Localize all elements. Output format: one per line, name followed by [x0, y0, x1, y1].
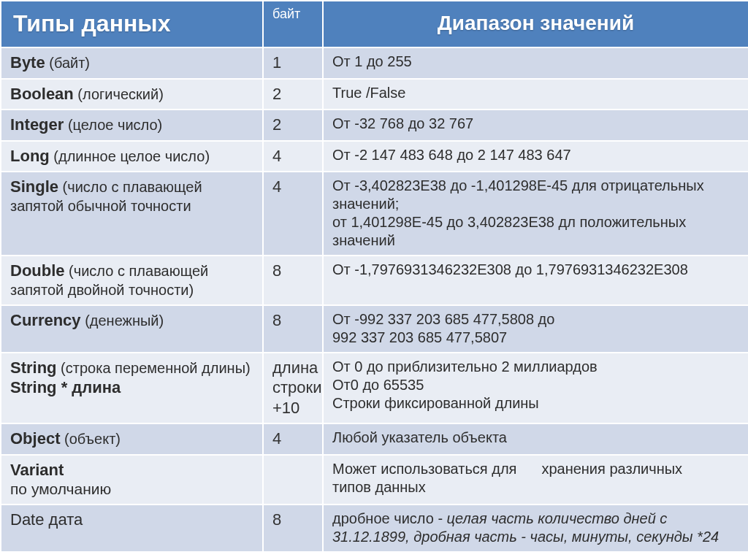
range-cell: От 1 до 255: [323, 47, 748, 79]
data-types-table: Типы данных байт Диапазон значений Byte …: [0, 0, 748, 553]
table-row: Double (число с плавающей запятой двойно…: [1, 256, 748, 305]
range-cell: Может использоваться дляхранения различн…: [323, 455, 748, 505]
type-name: Object: [10, 429, 60, 448]
type-cell: Date дата: [1, 505, 263, 552]
range-line: От -3,402823Е38 до -1,401298Е-45 для отр…: [332, 177, 704, 212]
type-name: Long: [10, 147, 50, 165]
range-cell: True /False: [323, 79, 748, 110]
bytes-cell: 4: [263, 172, 323, 256]
range-cell: дробное число - целая часть количество д…: [323, 505, 748, 552]
type-name: Byte: [10, 53, 45, 72]
type-cell: Currency (денежный): [1, 305, 263, 353]
type-name: Boolean: [10, 85, 74, 103]
table-row: Object (объект) 4 Любой указатель объект…: [1, 423, 748, 455]
table-row: Integer (целое число) 2 От -32 768 до 32…: [1, 110, 748, 141]
bytes-cell: 2: [263, 110, 323, 141]
type-desc: (байт): [45, 55, 90, 71]
range-line: От 0 до приблизительно 2 миллиардов: [332, 358, 598, 375]
bytes-cell: 8: [263, 256, 323, 305]
range-cell: От -1,7976931346232Е308 до 1,79769313462…: [323, 256, 748, 305]
type-name: Single: [10, 177, 58, 196]
type-cell: Single (число с плавающей запятой обычно…: [1, 172, 263, 256]
type-name: Currency: [10, 311, 81, 329]
table-row: String (строка переменной длины) String …: [1, 353, 748, 424]
type-cell: Integer (целое число): [1, 110, 263, 141]
type-cell: Object (объект): [1, 423, 263, 455]
range-cell: От -32 768 до 32 767: [323, 110, 748, 141]
bytes-cell: 2: [263, 79, 323, 110]
range-line: хранения различных: [541, 461, 682, 477]
bytes-cell: [263, 455, 323, 505]
table-row: Currency (денежный) 8 От -992 337 203 68…: [1, 305, 748, 353]
bytes-cell: длина строки +10: [263, 353, 323, 424]
range-line: типов данных: [332, 479, 426, 495]
type-desc: (целое число): [64, 117, 162, 133]
table-row: Boolean (логический) 2 True /False: [1, 79, 748, 110]
table-row: Single (число с плавающей запятой обычно…: [1, 172, 748, 256]
header-types: Типы данных: [1, 1, 263, 47]
range-cell: От 0 до приблизительно 2 миллиардов От0 …: [323, 353, 748, 424]
table-row: Date дата 8 дробное число - целая часть …: [1, 505, 748, 552]
range-line: от 1,401298Е-45 до 3,402823Е38 дл положи…: [332, 214, 686, 248]
header-bytes: байт: [263, 1, 323, 47]
type-name: Integer: [10, 115, 64, 134]
range-line: Строки фиксированной длины: [332, 395, 539, 411]
type-extra: по умолчанию: [10, 480, 111, 497]
bytes-cell: 4: [263, 141, 323, 172]
range-line: От0 до 65535: [332, 377, 424, 393]
bytes-cell: 8: [263, 305, 323, 353]
range-line: 992 337 203 685 477,5807: [332, 329, 507, 345]
type-desc: (длинное целое число): [50, 148, 210, 164]
type-cell: Double (число с плавающей запятой двойно…: [1, 256, 263, 305]
table-row: Byte (байт) 1 От 1 до 255: [1, 47, 748, 79]
type-name-secondary: String * длина: [10, 378, 121, 396]
table-row: Variant по умолчанию Может использоватьс…: [1, 455, 748, 505]
range-line: Может использоваться для: [332, 461, 516, 477]
type-desc: (объект): [60, 431, 121, 447]
type-name: Double: [10, 261, 65, 280]
type-cell: Boolean (логический): [1, 79, 263, 110]
type-desc: (логический): [74, 86, 164, 102]
range-line: От -992 337 203 685 477,5808 до: [332, 311, 554, 327]
bytes-cell: 8: [263, 505, 323, 552]
bytes-cell: 4: [263, 423, 323, 455]
type-cell: String (строка переменной длины) String …: [1, 353, 263, 424]
type-name: Date дата: [10, 510, 83, 529]
type-name: Variant: [10, 461, 64, 479]
range-line: дробное число -: [332, 510, 447, 526]
type-desc: (строка переменной длины): [57, 360, 251, 376]
header-range: Диапазон значений: [323, 1, 748, 47]
type-desc: (денежный): [81, 312, 164, 329]
type-name: String: [10, 358, 57, 377]
type-cell: Variant по умолчанию: [1, 455, 263, 505]
range-cell: От -3,402823Е38 до -1,401298Е-45 для отр…: [323, 172, 748, 256]
type-cell: Long (длинное целое число): [1, 141, 263, 172]
range-cell: От -992 337 203 685 477,5808 до 992 337 …: [323, 305, 748, 353]
table-header-row: Типы данных байт Диапазон значений: [1, 1, 748, 47]
range-cell: От -2 147 483 648 до 2 147 483 647: [323, 141, 748, 172]
range-cell: Любой указатель объекта: [323, 423, 748, 455]
table-row: Long (длинное целое число) 4 От -2 147 4…: [1, 141, 748, 172]
type-cell: Byte (байт): [1, 47, 263, 79]
bytes-cell: 1: [263, 47, 323, 79]
